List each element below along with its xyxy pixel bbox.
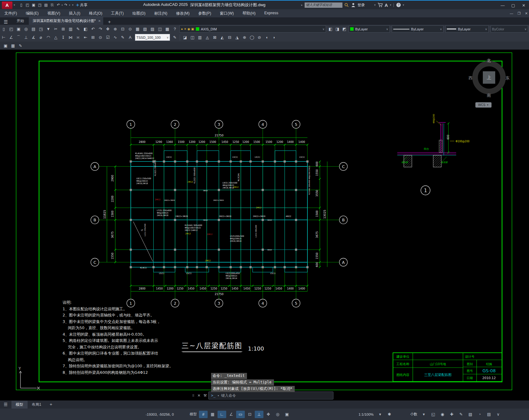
print-icon[interactable]: ⎘ [49, 2, 55, 8]
toolbar1-icon-13[interactable]: ↷ [97, 26, 104, 33]
menu-item-3[interactable]: 插入(I) [64, 11, 85, 16]
toolbar2b-icon-5[interactable]: ◭ [219, 34, 226, 41]
toolbar3-icon-0[interactable]: ▣ [2, 42, 9, 49]
toolbar1-icon-18[interactable]: ▦ [134, 26, 141, 33]
share-label[interactable]: 共享 [80, 2, 87, 8]
status-toggle-right_icons-3[interactable]: ✎ [457, 411, 465, 418]
viewcube-east-label[interactable]: 东 [505, 75, 509, 81]
status-toggle-left_icons-1[interactable]: ▦ [208, 411, 217, 418]
status-toggle-right_icons-5[interactable]: ◔ [475, 411, 484, 418]
toolbar1-icon-11[interactable]: ◧ [82, 26, 89, 33]
toolbar1-icon-2[interactable]: ▣ [15, 26, 22, 33]
toolbar1-icon-20[interactable]: ▨ [149, 26, 156, 33]
status-toggle-right_icons-4[interactable]: ▧ [466, 411, 475, 418]
layer-state-icon-2[interactable]: ◉ [187, 27, 190, 31]
new-file-icon[interactable]: ▯ [18, 2, 24, 8]
layout-menu-icon[interactable]: ☰ [0, 402, 11, 407]
toolbar1-icon-10[interactable]: ✎ [75, 26, 82, 33]
toolbar2-icon-7[interactable]: △ [52, 34, 59, 41]
model-space-label[interactable]: 模型 [190, 412, 197, 417]
status-toggle-left_icons-6[interactable]: ⊥ [255, 411, 263, 418]
toolbar1-icon-19[interactable]: ▧ [142, 26, 148, 33]
app-logo[interactable]: A [2, 2, 12, 9]
viewcube[interactable]: 上 北 西 东 南 [472, 61, 506, 94]
hamburger-menu-icon[interactable]: ☰ [0, 19, 11, 25]
toolbar2-icon-5[interactable]: ⌀ [37, 34, 44, 41]
toolbar2-icon-3[interactable]: ⊥ [23, 34, 29, 41]
viewcube-south-label[interactable]: 南 [487, 93, 491, 98]
toolbar2b-icon-7[interactable]: ◮ [234, 34, 240, 41]
status-toggle-left_icons-2[interactable]: ∟ [218, 411, 226, 418]
command-input[interactable]: >_ ▾ 键入命令 [208, 391, 333, 400]
cart-icon[interactable] [377, 3, 383, 7]
command-dropdown-icon[interactable]: ▾ [218, 394, 219, 397]
redo-dropdown-icon[interactable]: ▾ [69, 4, 70, 7]
menu-item-9[interactable]: 参数(P) [194, 11, 216, 16]
menu-item-1[interactable]: 编辑(E) [21, 11, 43, 16]
command-close-icon[interactable]: ✕ [196, 392, 202, 399]
window-maximize-button[interactable]: ▢ [508, 1, 518, 9]
toolbar1-icon-4[interactable]: ▤ [30, 26, 37, 33]
toolbar1-icon-22[interactable]: ▩ [164, 26, 171, 33]
toolbar1-icon-12[interactable]: ↶ [90, 26, 96, 33]
menu-item-8[interactable]: 修改(M) [172, 11, 194, 16]
toolbar2-icon-6[interactable]: ◠ [45, 34, 52, 41]
signin-dropdown-icon[interactable]: ▾ [374, 3, 376, 7]
viewcube-west-label[interactable]: 西 [469, 75, 473, 81]
toolbar2-icon-8[interactable]: ↧ [60, 34, 67, 41]
search-input[interactable]: 键入关键字或短语 [305, 2, 342, 8]
dimstyle-combo[interactable]: TSSD_100_100 ∨ [135, 34, 170, 41]
layer-tool-2-icon[interactable]: ◨ [334, 26, 341, 33]
toolbar1-icon-17[interactable]: ⊙ [127, 26, 134, 33]
toolbar1-icon-14[interactable]: ✥ [104, 26, 111, 33]
toolbar3-icon-2[interactable]: ✎ [17, 42, 24, 49]
tab-start[interactable]: 开始 [11, 17, 29, 25]
a-dropdown-icon[interactable]: ▾ [390, 3, 391, 7]
window-close-button[interactable]: ✕ [518, 1, 529, 9]
toolbar2-icon-15[interactable]: ∿ [112, 34, 119, 41]
toolbar2b-icon-0[interactable]: ◪ [182, 34, 188, 41]
toolbar2b-icon-9[interactable]: ◯ [249, 34, 255, 41]
status-toggle-left_icons-0[interactable]: # [199, 411, 208, 418]
toolbar2-icon-10[interactable]: ≍ [75, 34, 82, 41]
toolbar2-icon-17[interactable]: A [127, 34, 134, 41]
status-toggle-left_icons-9[interactable]: ▣ [283, 411, 291, 418]
signin-label[interactable]: 登录 [358, 2, 365, 8]
status-toggle-left_icons-7[interactable]: ✥ [264, 411, 273, 418]
status-toggle-right_icons-0[interactable]: ◱ [429, 411, 438, 418]
toolbar2-icon-13[interactable]: ⊙ [97, 34, 104, 41]
plot-icon[interactable]: ▤ [43, 2, 49, 8]
tab-model[interactable]: 模型 [11, 401, 28, 409]
toolbar1-icon-6[interactable]: ▼ [45, 26, 52, 33]
toolbar2-icon-12[interactable]: ⊞ [90, 34, 96, 41]
search-icon[interactable] [344, 3, 349, 7]
toolbar1-icon-8[interactable]: ⊞ [60, 26, 67, 33]
toolbar1-icon-16[interactable]: ⊡ [119, 26, 126, 33]
share-icon[interactable]: ✈ [76, 3, 79, 7]
doc-minimize-button[interactable]: — [510, 11, 513, 15]
menu-item-2[interactable]: 视图(V) [43, 11, 65, 16]
redo-icon[interactable]: ↷ [63, 2, 69, 8]
save-as-icon[interactable]: ◳ [37, 2, 43, 8]
toolbar3-icon-1[interactable]: ▦ [10, 42, 16, 49]
toolbar2-icon-14[interactable]: ☑ [104, 34, 111, 41]
wcs-dropdown[interactable]: WCS ▼ [475, 102, 492, 108]
toolbar2-icon-11[interactable]: ⇤ [82, 34, 89, 41]
status-toggle-left_icons-4[interactable]: ▭ [236, 411, 245, 418]
toolbar2-icon-2[interactable]: ⌒ [15, 34, 22, 41]
toolbar1-icon-7[interactable]: ✂ [52, 26, 59, 33]
doc-close-button[interactable]: ✕ [525, 11, 528, 15]
help-dropdown-icon[interactable]: ▾ [403, 3, 404, 7]
add-layout-icon[interactable]: ＋ [46, 402, 56, 407]
save-icon[interactable]: ▣ [31, 2, 37, 8]
status-toggle-right_icons-7[interactable]: ∨ [494, 411, 503, 418]
toolbar2b-icon-8[interactable]: ⊕ [241, 34, 248, 41]
toolbar2b-icon-12[interactable]: ◗ [271, 34, 278, 41]
menu-item-11[interactable]: 帮助(H) [238, 11, 260, 16]
dim-update-icon[interactable]: ✎ [171, 34, 178, 41]
menu-item-10[interactable]: 窗口(W) [215, 11, 238, 16]
menu-item-6[interactable]: 绘图(D) [128, 11, 150, 16]
status-toggle-left_icons-5[interactable]: ⊡ [245, 411, 254, 418]
toolbar2-icon-4[interactable]: ∡ [30, 34, 37, 41]
layer-state-icon-3[interactable]: ▣ [191, 27, 194, 31]
